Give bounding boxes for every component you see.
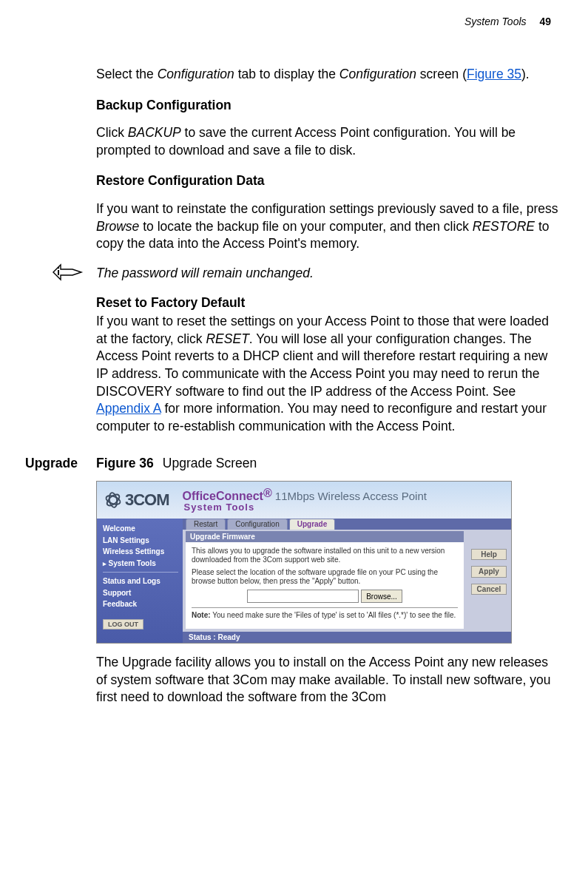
info-note-text: The password will remain unchanged. bbox=[96, 266, 314, 280]
upgrade-screenshot: 3COM OfficeConnect® 11Mbps Wireless Acce… bbox=[96, 481, 512, 644]
info-note: The password will remain unchanged. bbox=[96, 265, 558, 283]
section-name: System Tools bbox=[464, 16, 527, 27]
heading-reset-factory: Reset to Factory Default bbox=[96, 294, 558, 312]
panel-title: Upgrade Firmware bbox=[186, 531, 464, 543]
heading-backup-configuration: Backup Configuration bbox=[96, 97, 558, 115]
panel-text-1: This allows you to upgrade the software … bbox=[192, 547, 458, 564]
browse-button[interactable]: Browse... bbox=[361, 590, 402, 603]
nav-sidebar: Welcome LAN Settings Wireless Settings S… bbox=[97, 519, 183, 643]
info-icon bbox=[52, 262, 84, 283]
panel-note: Note: You need make sure the 'Files of t… bbox=[192, 611, 458, 620]
svg-rect-2 bbox=[58, 270, 59, 275]
tab-configuration[interactable]: Configuration bbox=[227, 519, 287, 530]
panel-divider bbox=[192, 607, 458, 608]
final-paragraph: The Upgrade facility allows you to insta… bbox=[96, 654, 558, 706]
sidebar-item-support[interactable]: Support bbox=[103, 587, 183, 599]
sidebar-item-lan-settings[interactable]: LAN Settings bbox=[103, 535, 183, 547]
heading-restore-configuration: Restore Configuration Data bbox=[96, 172, 558, 190]
tab-bar: Restart Configuration Upgrade bbox=[183, 519, 511, 530]
appendix-a-link[interactable]: Appendix A bbox=[96, 401, 161, 416]
running-header: System Tools 49 bbox=[15, 15, 573, 29]
logout-button[interactable]: LOG OUT bbox=[103, 619, 143, 629]
restore-paragraph: If you want to reinstate the configurati… bbox=[96, 200, 558, 253]
status-bar: Status : Ready bbox=[183, 632, 511, 644]
sidebar-divider bbox=[103, 572, 178, 573]
figure-caption: Figure 36Upgrade Screen bbox=[96, 455, 558, 473]
sidebar-item-feedback[interactable]: Feedback bbox=[103, 598, 183, 610]
side-heading-upgrade: Upgrade bbox=[25, 455, 78, 473]
help-button[interactable]: Help bbox=[471, 549, 507, 561]
svg-marker-0 bbox=[53, 265, 81, 280]
product-title: OfficeConnect® 11Mbps Wireless Access Po… bbox=[183, 487, 427, 513]
intro-paragraph: Select the Configuration tab to display … bbox=[96, 66, 558, 84]
cancel-button[interactable]: Cancel bbox=[471, 584, 507, 595]
backup-paragraph: Click BACKUP to save the current Access … bbox=[96, 124, 558, 159]
tab-upgrade[interactable]: Upgrade bbox=[289, 519, 336, 530]
sidebar-item-status-logs[interactable]: Status and Logs bbox=[103, 575, 183, 587]
tab-restart[interactable]: Restart bbox=[186, 519, 226, 530]
sidebar-item-wireless-settings[interactable]: Wireless Settings bbox=[103, 546, 183, 558]
3com-logo: 3COM bbox=[104, 490, 169, 509]
upgrade-panel: This allows you to upgrade the software … bbox=[186, 542, 464, 629]
panel-text-2: Please select the location of the softwa… bbox=[192, 568, 458, 585]
action-buttons: Help Apply Cancel bbox=[467, 530, 511, 632]
svg-point-5 bbox=[105, 493, 121, 508]
apply-button[interactable]: Apply bbox=[471, 566, 507, 578]
page-number: 49 bbox=[539, 16, 551, 27]
upgrade-file-input[interactable] bbox=[247, 590, 359, 603]
product-banner: 3COM OfficeConnect® 11Mbps Wireless Acce… bbox=[97, 482, 511, 519]
sidebar-item-welcome[interactable]: Welcome bbox=[103, 523, 183, 535]
svg-point-1 bbox=[58, 267, 59, 269]
figure-35-link[interactable]: Figure 35 bbox=[467, 67, 521, 81]
sidebar-item-system-tools[interactable]: System Tools bbox=[103, 558, 183, 570]
reset-paragraph: If you want to reset the settings on you… bbox=[96, 313, 558, 435]
